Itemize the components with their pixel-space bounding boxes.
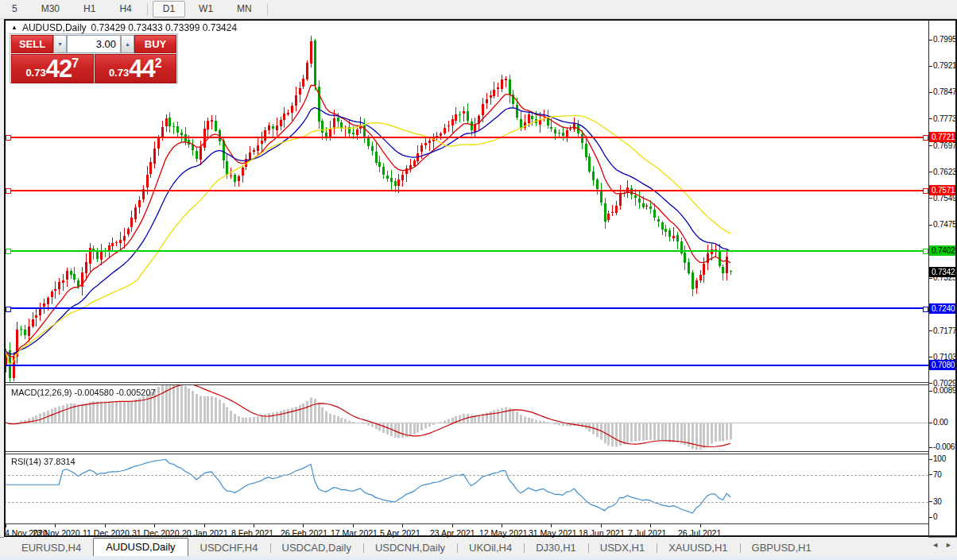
line-drag-handle[interactable]	[6, 249, 11, 254]
chart-tab-ukoil-h4[interactable]: UKOil,H4	[457, 540, 524, 556]
tab-nav-right-icon[interactable]: ►	[945, 541, 952, 549]
line-drag-handle[interactable]	[923, 135, 928, 141]
timeframe-button-m30[interactable]: M30	[31, 1, 70, 17]
timeframe-toolbar: 5M30H1H4D1W1MN	[0, 0, 957, 19]
date-axis-tick	[502, 524, 502, 527]
date-axis-label: 18 Jun 2021	[579, 528, 625, 538]
one-click-trading-panel: SELL ▼ ▲ BUY 0.73427 0.73442	[10, 33, 178, 83]
date-axis-label: 7 Jul 2021	[628, 528, 666, 538]
chart-tab-audusd-daily[interactable]: AUDUSD,Daily	[93, 538, 188, 556]
sell-button[interactable]: SELL	[11, 35, 53, 53]
price-axis-tick: 0.76230	[933, 168, 957, 176]
line-drag-handle[interactable]	[6, 135, 11, 141]
timeframe-button-w1[interactable]: W1	[188, 1, 223, 17]
toolbar-separator	[147, 3, 148, 16]
date-axis-tick	[452, 524, 453, 527]
horizontal-level-line[interactable]	[4, 137, 928, 138]
macd-indicator-label: MACD(12,26,9) -0.004580 -0.005207	[11, 388, 156, 397]
line-drag-handle[interactable]	[923, 188, 928, 194]
rsi-axis-tick: 70	[933, 470, 957, 479]
date-axis-tick	[55, 524, 56, 527]
horizontal-level-price-label: 0.72402	[929, 303, 957, 314]
chart-tab-usdx-h1[interactable]: USDX,H1	[588, 540, 657, 556]
date-axis-tick	[204, 524, 205, 527]
chart-title: ▲ AUDUSD,Daily 0.73429 0.73433 0.73399 0…	[11, 22, 237, 33]
line-drag-handle[interactable]	[6, 307, 11, 312]
date-axis-label: 26 Feb 2021	[281, 528, 327, 538]
volume-increase-button[interactable]: ▲	[121, 35, 134, 53]
horizontal-level-line[interactable]	[4, 365, 928, 366]
chart-window: ▲ AUDUSD,Daily 0.73429 0.73433 0.73399 0…	[4, 19, 957, 537]
rsi-level-line	[4, 502, 928, 503]
price-axis-tick: 0.79950	[933, 35, 957, 44]
chart-tab-usdchf-h4[interactable]: USDCHF,H4	[188, 540, 270, 556]
rsi-level-line	[4, 475, 928, 476]
sell-price-display[interactable]: 0.73427	[11, 54, 94, 83]
date-axis-tick	[353, 524, 354, 527]
line-drag-handle[interactable]	[6, 188, 11, 194]
volume-decrease-button[interactable]: ▼	[53, 35, 67, 53]
price-axis-tick: 0.71770	[933, 326, 957, 335]
buy-price-prefix: 0.73	[109, 67, 129, 79]
price-axis-tick: 0.76970	[933, 141, 957, 150]
date-axis-tick	[6, 524, 6, 527]
rsi-value: 37.8314	[44, 457, 76, 466]
date-axis-tick	[700, 524, 701, 527]
price-axis-tick: 0.77730	[933, 114, 957, 123]
sell-price-sup: 7	[72, 56, 79, 71]
chart-tab-gbpusd-h1[interactable]: GBPUSD,H1	[740, 540, 823, 556]
rsi-pane-canvas[interactable]	[4, 454, 928, 522]
timeframe-button-h1[interactable]: H1	[73, 1, 106, 17]
date-axis-label: 8 Feb 2021	[231, 528, 273, 538]
horizontal-level-line[interactable]	[4, 250, 928, 252]
buy-button[interactable]: BUY	[134, 35, 176, 53]
timeframe-button-mn[interactable]: MN	[227, 1, 262, 17]
price-axis-tick: 0.78470	[933, 87, 957, 96]
rsi-name: RSI(14)	[11, 457, 41, 466]
pane-separator-macd-rsi[interactable]	[4, 451, 928, 454]
macd-axis-tick: 0.00	[933, 418, 957, 427]
spin-down-icon: ▼	[57, 41, 63, 47]
date-axis-label: 31 Dec 2020	[132, 528, 180, 538]
chart-tab-usdcnh-daily[interactable]: USDCNH,Daily	[363, 540, 457, 556]
date-axis-label: 17 Mar 2021	[331, 528, 378, 538]
rsi-indicator-label: RSI(14) 37.8314	[11, 457, 76, 466]
macd-values: -0.004580 -0.005207	[74, 388, 155, 397]
chart-tab-bar: EURUSD,H4AUDUSD,DailyUSDCHF,H4USDCAD,Dai…	[0, 537, 957, 556]
current-price-label: 0.73424	[929, 267, 957, 277]
timeframe-button-h4[interactable]: H4	[109, 1, 141, 17]
rsi-axis-tick: 30	[933, 497, 957, 506]
horizontal-level-price-label: 0.77212	[929, 132, 957, 142]
date-axis-label: 26 Jul 2021	[678, 528, 721, 538]
chart-tab-usdcad-daily[interactable]: USDCAD,Daily	[270, 540, 363, 556]
sell-price-prefix: 0.73	[25, 67, 45, 79]
date-axis[interactable]: 4 Nov 202023 Nov 202011 Dec 202031 Dec 2…	[4, 523, 928, 538]
volume-input[interactable]	[67, 35, 121, 53]
timeframe-button-d1[interactable]: D1	[153, 1, 185, 17]
date-axis-tick	[154, 524, 155, 527]
chart-tab-xauusd-h1[interactable]: XAUUSD,H1	[657, 540, 739, 556]
chart-tab-dj30-h1[interactable]: DJ30,H1	[524, 540, 588, 556]
macd-axis-tick: 0.00890	[933, 386, 957, 395]
buy-price-sup: 2	[155, 56, 162, 71]
line-drag-handle[interactable]	[923, 307, 928, 312]
rsi-axis-tick: 100	[933, 454, 957, 463]
pane-separator-main-macd[interactable]	[4, 382, 928, 385]
date-axis-tick	[650, 524, 651, 527]
line-drag-handle[interactable]	[923, 249, 928, 254]
chart-expand-icon[interactable]: ▲	[11, 25, 17, 31]
spin-up-icon: ▲	[125, 41, 130, 47]
tab-navigation: ◄ ►	[932, 541, 952, 549]
horizontal-level-line[interactable]	[4, 307, 928, 309]
tab-nav-left-icon[interactable]: ◄	[932, 541, 939, 549]
buy-price-display[interactable]: 0.73442	[95, 54, 177, 83]
chart-tab-eurusd-h4[interactable]: EURUSD,H4	[10, 540, 93, 556]
chart-ohlc-values: 0.73429 0.73433 0.73399 0.73424	[91, 22, 238, 33]
horizontal-level-line[interactable]	[4, 190, 928, 191]
timeframe-button-5[interactable]: 5	[2, 1, 28, 17]
rsi-axis-tick: 0	[933, 512, 957, 521]
macd-name: MACD(12,26,9)	[11, 388, 72, 397]
date-axis-label: 23 Apr 2021	[430, 528, 475, 538]
toolbar-separator	[267, 3, 268, 16]
date-axis-label: 20 Jan 2021	[182, 528, 228, 538]
